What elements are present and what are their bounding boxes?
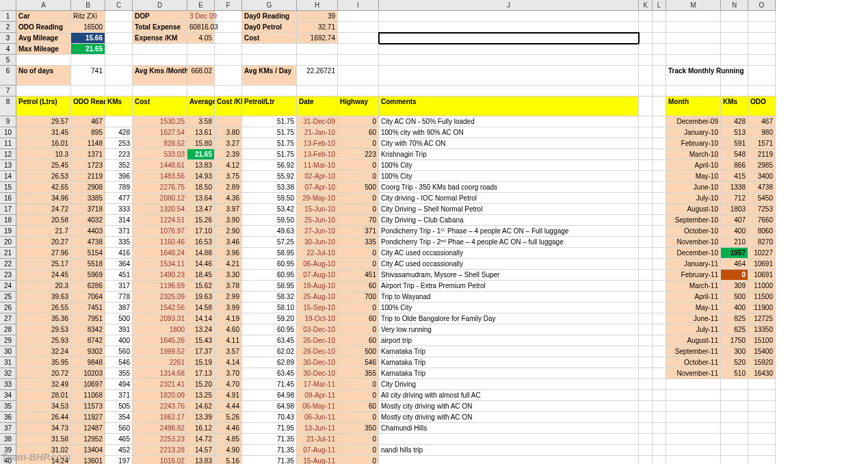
cell-H6[interactable]: 22.26721 <box>297 66 338 86</box>
col-header[interactable]: N <box>721 0 748 11</box>
cell-N27[interactable]: 825 <box>721 313 748 324</box>
cell-C11[interactable]: 253 <box>105 138 133 149</box>
cell-D6[interactable]: Avg Kms /Month <box>133 66 187 86</box>
cell-L4[interactable] <box>653 44 666 55</box>
cell-C20[interactable]: 335 <box>105 237 133 248</box>
cell-N31[interactable]: 520 <box>721 357 748 368</box>
cell-G21[interactable]: 58.95 <box>242 248 297 259</box>
col-header[interactable]: F <box>215 0 242 11</box>
row-header[interactable]: 27 <box>0 313 16 324</box>
cell-J33[interactable]: City Driving <box>379 379 639 390</box>
cell-A29[interactable]: 25.93 <box>16 335 71 346</box>
cell-A16[interactable]: 34.96 <box>16 193 71 204</box>
cell-B39[interactable]: 13404 <box>71 445 105 456</box>
cell-F10[interactable]: 3.80 <box>215 127 242 138</box>
cell-N1[interactable] <box>721 11 748 22</box>
cell-O37[interactable] <box>748 423 776 434</box>
cell-I24[interactable]: 60 <box>338 281 379 292</box>
cell-O7[interactable] <box>748 86 776 96</box>
col-header[interactable]: A <box>16 0 71 11</box>
cell-K33[interactable] <box>639 379 653 390</box>
cell-D25[interactable]: 2325.09 <box>133 292 187 302</box>
cell-I15[interactable]: 500 <box>338 182 379 193</box>
cell-A38[interactable]: 31.58 <box>16 434 71 445</box>
col-header[interactable]: C <box>105 0 133 11</box>
cell-O28[interactable]: 13350 <box>748 324 776 335</box>
cell-F19[interactable]: 2.90 <box>215 226 242 237</box>
row-header[interactable]: 23 <box>0 270 16 281</box>
row-header[interactable]: 32 <box>0 368 16 379</box>
cell-M2[interactable] <box>666 22 721 33</box>
cell-N33[interactable] <box>721 379 748 390</box>
cell-B27[interactable]: 7951 <box>71 313 105 324</box>
cell-K37[interactable] <box>639 423 653 434</box>
cell-F32[interactable]: 3.70 <box>215 368 242 379</box>
cell-A19[interactable]: 21.7 <box>16 226 71 237</box>
header-L[interactable] <box>653 96 666 116</box>
cell-B2[interactable]: 16500 <box>71 22 105 33</box>
cell-F7[interactable] <box>215 86 242 96</box>
cell-E26[interactable]: 14.58 <box>187 302 215 313</box>
cell-G19[interactable]: 49.63 <box>242 226 297 237</box>
cell-K7[interactable] <box>639 86 653 96</box>
cell-L33[interactable] <box>653 379 666 390</box>
cell-A37[interactable]: 34.73 <box>16 423 71 434</box>
cell-G17[interactable]: 53.42 <box>242 204 297 215</box>
cell-D1[interactable]: DOP <box>133 11 187 22</box>
cell-H40[interactable]: 15-Aug-11 <box>297 456 338 464</box>
cell-M13[interactable]: April-10 <box>666 160 721 171</box>
cell-L5[interactable] <box>653 55 666 66</box>
cell-G1[interactable]: Day0 Reading <box>242 11 297 22</box>
cell-E18[interactable]: 15.26 <box>187 215 215 226</box>
cell-E30[interactable]: 17.37 <box>187 346 215 357</box>
cell-H39[interactable]: 07-Aug-11 <box>297 445 338 456</box>
cell-M39[interactable] <box>666 445 721 456</box>
cell-M9[interactable]: December-09 <box>666 116 721 127</box>
row-header[interactable]: 25 <box>0 292 16 302</box>
cell-N3[interactable] <box>721 33 748 44</box>
header-G[interactable]: Petrol/Ltr <box>242 96 297 116</box>
cell-K4[interactable] <box>639 44 653 55</box>
cell-J5[interactable] <box>379 55 639 66</box>
cell-N24[interactable]: 309 <box>721 281 748 292</box>
cell-B37[interactable]: 12487 <box>71 423 105 434</box>
cell-L9[interactable] <box>653 116 666 127</box>
row-header[interactable]: 34 <box>0 390 16 401</box>
row-header[interactable]: 10 <box>0 127 16 138</box>
cell-M6[interactable]: Track Monthly Running <box>666 66 721 86</box>
cell-N6[interactable] <box>721 66 748 86</box>
cell-O33[interactable] <box>748 379 776 390</box>
cell-C26[interactable]: 387 <box>105 302 133 313</box>
cell-G3[interactable]: Cost <box>242 33 297 44</box>
cell-G16[interactable]: 59.50 <box>242 193 297 204</box>
cell-I18[interactable]: 70 <box>338 215 379 226</box>
cell-J17[interactable]: City Driving – Shell Normal Petrol <box>379 204 639 215</box>
cell-G11[interactable]: 51.75 <box>242 138 297 149</box>
cell-I9[interactable]: 0 <box>338 116 379 127</box>
cell-K9[interactable] <box>639 116 653 127</box>
cell-O24[interactable]: 11000 <box>748 281 776 292</box>
cell-D30[interactable]: 1999.52 <box>133 346 187 357</box>
cell-J18[interactable]: City Driving – Club Cabana <box>379 215 639 226</box>
cell-G35[interactable]: 64.98 <box>242 401 297 412</box>
cell-H11[interactable]: 13-Feb-10 <box>297 138 338 149</box>
cell-N30[interactable]: 300 <box>721 346 748 357</box>
cell-C24[interactable]: 317 <box>105 281 133 292</box>
cell-E21[interactable]: 14.88 <box>187 248 215 259</box>
cell-I22[interactable]: 0 <box>338 259 379 270</box>
cell-K17[interactable] <box>639 204 653 215</box>
cell-E15[interactable]: 18.50 <box>187 182 215 193</box>
cell-J34[interactable]: All city driving with almost full AC <box>379 390 639 401</box>
cell-L24[interactable] <box>653 281 666 292</box>
cell-J37[interactable]: Chamundi Hills <box>379 423 639 434</box>
cell-E3[interactable]: 4.05 <box>187 33 215 44</box>
cell-K3[interactable] <box>639 33 653 44</box>
cell-N21[interactable]: 1957 <box>721 248 748 259</box>
cell-F31[interactable]: 4.14 <box>215 357 242 368</box>
cell-B40[interactable]: 13601 <box>71 456 105 464</box>
cell-M20[interactable]: November-10 <box>666 237 721 248</box>
cell-A35[interactable]: 34.53 <box>16 401 71 412</box>
cell-J10[interactable]: 100% city with 90% AC ON <box>379 127 639 138</box>
cell-C18[interactable]: 314 <box>105 215 133 226</box>
cell-L35[interactable] <box>653 401 666 412</box>
